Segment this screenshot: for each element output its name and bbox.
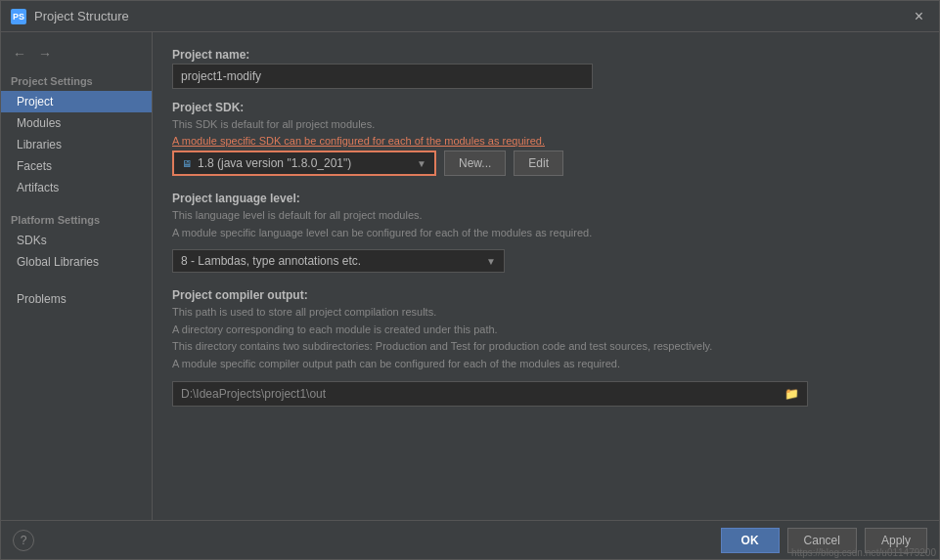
language-level-label: Project language level: <box>172 192 919 205</box>
new-button[interactable]: New... <box>444 151 506 176</box>
platform-settings-label: Platform Settings <box>1 206 152 230</box>
project-structure-window: PS Project Structure × ← → Project Setti… <box>0 0 940 560</box>
sidebar-item-facets[interactable]: Facets <box>1 155 152 177</box>
sidebar: ← → Project Settings Project Modules Lib… <box>1 32 153 520</box>
title-bar: PS Project Structure × <box>1 1 939 32</box>
sdk-dropdown-inner: 🖥 1.8 (java version "1.8.0_201") <box>182 156 351 170</box>
lang-description: This language level is default for all p… <box>172 207 919 241</box>
folder-browse-icon[interactable]: 📁 <box>784 387 799 401</box>
title-bar-left: PS Project Structure <box>11 9 129 24</box>
sdk-dropdown-arrow: ▼ <box>417 158 426 169</box>
close-button[interactable]: × <box>909 6 929 27</box>
help-button[interactable]: ? <box>13 530 34 551</box>
compiler-description: This path is used to store all project c… <box>172 304 919 372</box>
sdk-section-label: Project SDK: <box>172 101 919 114</box>
sidebar-item-sdks[interactable]: SDKs <box>1 230 152 251</box>
bottom-left: ? <box>13 530 34 551</box>
platform-section: Platform Settings SDKs Global Libraries <box>1 206 152 273</box>
sidebar-nav: ← → <box>1 40 152 67</box>
content-area: ← → Project Settings Project Modules Lib… <box>1 32 939 520</box>
main-content: Project name: project1-modify Project SD… <box>153 32 939 520</box>
compiler-output-path-field[interactable]: D:\IdeaProjects\project1\out 📁 <box>172 381 808 407</box>
sdk-value: 1.8 (java version "1.8.0_201") <box>198 156 351 170</box>
language-level-value: 8 - Lambdas, type annotations etc. <box>181 254 361 268</box>
forward-arrow[interactable]: → <box>34 44 56 64</box>
edit-button[interactable]: Edit <box>514 151 563 176</box>
sdk-description-1: This SDK is default for all project modu… <box>172 116 919 149</box>
sidebar-item-global-libraries[interactable]: Global Libraries <box>1 251 152 273</box>
sidebar-item-libraries[interactable]: Libraries <box>1 134 152 155</box>
sdk-monitor-icon: 🖥 <box>182 158 192 169</box>
compiler-output-label: Project compiler output: <box>172 288 919 302</box>
sidebar-item-project[interactable]: Project <box>1 91 152 112</box>
project-settings-label: Project Settings <box>1 67 152 91</box>
project-name-label: Project name: <box>172 48 919 62</box>
app-icon: PS <box>11 9 26 24</box>
sidebar-item-modules[interactable]: Modules <box>1 112 152 134</box>
language-level-dropdown[interactable]: 8 - Lambdas, type annotations etc. ▼ <box>172 249 505 273</box>
sdk-row: 🖥 1.8 (java version "1.8.0_201") ▼ New..… <box>172 151 919 176</box>
sdk-dropdown[interactable]: 🖥 1.8 (java version "1.8.0_201") ▼ <box>172 151 436 176</box>
sidebar-item-problems[interactable]: Problems <box>1 288 152 310</box>
back-arrow[interactable]: ← <box>9 44 30 64</box>
lang-dropdown-arrow: ▼ <box>486 256 496 267</box>
sdk-description-2: A module specific SDK can be configured … <box>172 135 545 147</box>
window-title: Project Structure <box>34 9 129 23</box>
sidebar-item-artifacts[interactable]: Artifacts <box>1 177 152 198</box>
project-name-field[interactable]: project1-modify <box>172 64 593 89</box>
watermark: https://blog.csdn.net/u011479200 <box>791 547 936 558</box>
ok-button[interactable]: OK <box>721 528 780 553</box>
